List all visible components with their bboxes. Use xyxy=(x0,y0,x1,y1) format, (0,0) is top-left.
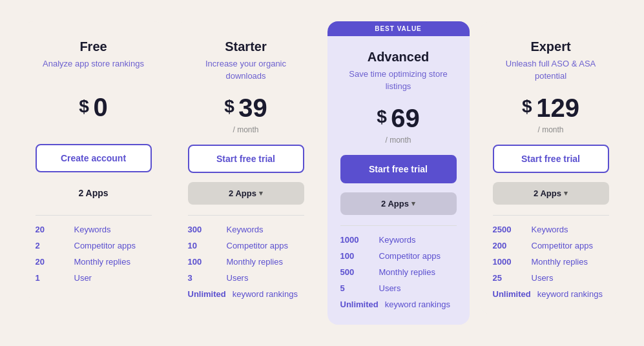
price-amount-expert: 129 xyxy=(536,94,579,122)
feature-count: 500 xyxy=(340,267,373,277)
feature-count: 1000 xyxy=(340,235,373,245)
feature-item: 100 Monthly replies xyxy=(188,257,304,267)
feature-count: 100 xyxy=(340,251,373,261)
cta-button-starter[interactable]: Start free trial xyxy=(188,145,304,173)
feature-item: 10 Competitor apps xyxy=(188,241,304,250)
plan-description-free: Analyze app store rankings xyxy=(36,58,152,81)
price-period-expert: / month xyxy=(493,125,609,134)
feature-label: Competitor apps xyxy=(379,251,441,261)
feature-label: Monthly replies xyxy=(379,267,435,277)
feature-list-advanced: 1000 Keywords 100 Competitor apps 500 Mo… xyxy=(340,235,457,309)
feature-count: 1000 xyxy=(493,257,525,267)
plan-name-advanced: Advanced xyxy=(340,50,457,65)
feature-item: 5 Users xyxy=(340,283,457,293)
feature-count: 5 xyxy=(340,283,373,293)
apps-label-expert: 2 Apps xyxy=(534,188,561,198)
feature-label: Users xyxy=(532,273,554,283)
feature-item: 1000 Monthly replies xyxy=(493,257,609,267)
feature-item: 100 Competitor apps xyxy=(340,251,457,261)
feature-label: Competitor apps xyxy=(227,241,288,250)
apps-selector-advanced[interactable]: 2 Apps ▾ xyxy=(340,192,457,215)
feature-count: 20 xyxy=(36,257,68,267)
feature-item: 200 Competitor apps xyxy=(493,241,609,250)
feature-count: 1 xyxy=(36,273,68,283)
feature-count: 300 xyxy=(188,225,220,234)
feature-label: Keywords xyxy=(227,225,264,234)
feature-label: Competitor apps xyxy=(532,241,593,250)
feature-label: keyword rankings xyxy=(233,289,298,299)
chevron-down-icon: ▾ xyxy=(564,189,568,198)
plan-card-free: FreeAnalyze app store rankings $ 0 Creat… xyxy=(23,21,165,298)
feature-count: Unlimited xyxy=(340,300,379,309)
plan-card-advanced: BEST VALUEAdvancedSave time optimizing s… xyxy=(327,21,470,324)
feature-label: Keywords xyxy=(379,235,416,245)
cta-button-free[interactable]: Create account xyxy=(36,144,152,172)
plan-name-expert: Expert xyxy=(493,39,609,54)
feature-item: 20 Keywords xyxy=(36,225,152,234)
feature-count: 2500 xyxy=(493,225,525,234)
feature-list-free: 20 Keywords 2 Competitor apps 20 Monthly… xyxy=(36,225,152,283)
divider-expert xyxy=(493,215,609,216)
best-value-badge: BEST VALUE xyxy=(327,21,470,36)
apps-label-starter: 2 Apps xyxy=(229,188,256,198)
feature-count: Unlimited xyxy=(493,289,531,299)
apps-selector-expert[interactable]: 2 Apps ▾ xyxy=(493,182,609,205)
feature-item: 300 Keywords xyxy=(188,225,304,234)
apps-label-free: 2 Apps xyxy=(78,188,108,198)
chevron-down-icon: ▾ xyxy=(259,189,263,198)
plan-price-free: $ 0 xyxy=(36,93,152,122)
price-period-advanced: / month xyxy=(340,136,457,145)
plan-price-starter: $ 39 xyxy=(188,94,304,123)
feature-item: 20 Monthly replies xyxy=(36,257,152,267)
plan-card-starter: StarterIncrease your organic downloads $… xyxy=(175,21,317,314)
feature-item: Unlimited keyword rankings xyxy=(340,300,457,309)
price-dollar-free: $ xyxy=(79,96,89,116)
plan-description-advanced: Save time optimizing store listings xyxy=(340,68,457,92)
feature-item: 2500 Keywords xyxy=(493,225,609,234)
feature-label: Keywords xyxy=(74,225,111,234)
chevron-down-icon: ▾ xyxy=(411,199,415,208)
plan-price-advanced: $ 69 xyxy=(340,104,457,133)
price-dollar-starter: $ xyxy=(224,96,234,116)
feature-label: keyword rankings xyxy=(385,300,450,309)
feature-count: Unlimited xyxy=(188,289,226,299)
price-dollar-expert: $ xyxy=(522,96,532,116)
feature-count: 10 xyxy=(188,241,220,250)
apps-label-advanced: 2 Apps xyxy=(381,199,409,209)
feature-label: User xyxy=(74,273,92,283)
feature-item: Unlimited keyword rankings xyxy=(493,289,609,299)
feature-label: Users xyxy=(379,283,401,293)
feature-label: keyword rankings xyxy=(537,289,603,299)
feature-count: 2 xyxy=(36,241,68,250)
price-period-starter: / month xyxy=(188,125,304,134)
plan-name-starter: Starter xyxy=(188,39,304,54)
plan-price-expert: $ 129 xyxy=(493,94,609,123)
feature-count: 3 xyxy=(188,273,220,283)
apps-selector-starter[interactable]: 2 Apps ▾ xyxy=(188,182,304,205)
price-amount-advanced: 69 xyxy=(391,104,420,132)
apps-selector-free: 2 Apps xyxy=(36,181,152,205)
plan-card-expert: ExpertUnleash full ASO & ASA potential $… xyxy=(480,21,622,314)
feature-label: Monthly replies xyxy=(227,257,283,267)
plan-description-starter: Increase your organic downloads xyxy=(188,58,304,81)
divider-free xyxy=(36,215,152,216)
plan-description-expert: Unleash full ASO & ASA potential xyxy=(493,58,609,81)
cta-button-expert[interactable]: Start free trial xyxy=(493,145,609,173)
feature-item: 1000 Keywords xyxy=(340,235,457,245)
feature-label: Monthly replies xyxy=(532,257,588,267)
feature-item: 1 User xyxy=(36,273,152,283)
price-dollar-advanced: $ xyxy=(377,107,387,127)
feature-list-starter: 300 Keywords 10 Competitor apps 100 Mont… xyxy=(188,225,304,299)
feature-item: 500 Monthly replies xyxy=(340,267,457,277)
price-amount-free: 0 xyxy=(93,93,107,121)
feature-count: 25 xyxy=(493,273,525,283)
feature-item: 2 Competitor apps xyxy=(36,241,152,250)
feature-label: Keywords xyxy=(532,225,568,234)
feature-list-expert: 2500 Keywords 200 Competitor apps 1000 M… xyxy=(493,225,609,299)
feature-item: 3 Users xyxy=(188,273,304,283)
cta-button-advanced[interactable]: Start free trial xyxy=(340,155,457,183)
price-amount-starter: 39 xyxy=(238,94,267,122)
feature-label: Competitor apps xyxy=(74,241,136,250)
feature-label: Users xyxy=(227,273,249,283)
price-period-free xyxy=(36,125,152,134)
